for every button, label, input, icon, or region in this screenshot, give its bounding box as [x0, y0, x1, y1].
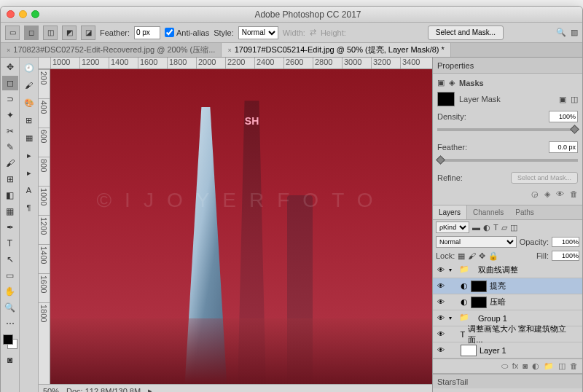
document-tab[interactable]: ×170917#DSC05214-Edit.jpg @ 50% (提亮, Lay…: [222, 43, 450, 57]
density-slider[interactable]: [437, 128, 578, 131]
lock-paint-icon[interactable]: 🖌: [468, 251, 476, 260]
lasso-tool[interactable]: ⊃: [2, 92, 18, 106]
density-input[interactable]: [549, 111, 578, 122]
brush-preset-icon[interactable]: 🖌: [21, 77, 37, 93]
clone-tool[interactable]: ⊞: [2, 172, 18, 187]
disable-mask-icon[interactable]: 👁: [556, 189, 564, 199]
apply-mask-icon[interactable]: ◈: [544, 189, 550, 199]
add-pixel-mask-icon[interactable]: ▣: [559, 95, 566, 104]
visibility-icon[interactable]: 👁: [436, 298, 446, 306]
vector-mask-icon[interactable]: ◈: [449, 78, 455, 87]
layer-item[interactable]: 👁◐压暗: [433, 294, 582, 310]
delete-layer-icon[interactable]: 🗑: [570, 361, 578, 371]
add-mask-icon[interactable]: ◙: [523, 361, 528, 371]
actions-icon[interactable]: ▸: [21, 165, 37, 181]
crop-tool[interactable]: ✂: [2, 124, 18, 138]
disclosure-icon[interactable]: ▾: [449, 267, 456, 273]
lock-position-icon[interactable]: ✥: [479, 251, 485, 261]
anti-alias-checkbox[interactable]: Anti-alias: [165, 28, 209, 37]
close-icon[interactable]: [7, 10, 15, 18]
layer-item[interactable]: 👁Layer 1: [433, 342, 582, 358]
style-select[interactable]: Normal: [238, 26, 278, 39]
magic-wand-tool[interactable]: ✦: [2, 108, 18, 122]
tool-preset-icon[interactable]: ▭: [5, 26, 20, 40]
layer-thumbnail[interactable]: [461, 345, 477, 356]
canvas[interactable]: ©IJOYERFOTO: [50, 69, 432, 384]
select-and-mask-button[interactable]: Select and Mask...: [428, 26, 504, 40]
eraser-tool[interactable]: ◧: [2, 188, 18, 203]
mask-thumbnail[interactable]: [437, 92, 455, 106]
channels-tab[interactable]: Channels: [467, 205, 509, 219]
layer-group[interactable]: 👁▾📁双曲线调整: [433, 262, 582, 278]
filter-shape-icon[interactable]: ▱: [501, 223, 507, 232]
workspace-icon[interactable]: ▥: [571, 28, 578, 37]
gradient-tool[interactable]: ▦: [2, 204, 18, 219]
path-tool[interactable]: ↖: [2, 252, 18, 267]
add-selection-icon[interactable]: ◫: [43, 26, 58, 40]
new-layer-icon[interactable]: ◫: [558, 361, 566, 371]
visibility-icon[interactable]: 👁: [436, 266, 446, 274]
lock-transparent-icon[interactable]: ▦: [458, 251, 465, 261]
character-icon[interactable]: A: [21, 182, 37, 198]
filter-pixel-icon[interactable]: ▬: [472, 223, 480, 232]
eyedropper-tool[interactable]: ✎: [2, 140, 18, 154]
intersect-selection-icon[interactable]: ◪: [81, 26, 95, 40]
minimize-icon[interactable]: [19, 10, 27, 18]
visibility-icon[interactable]: 👁: [436, 314, 446, 322]
layer-filter-select[interactable]: ρKind: [436, 222, 469, 233]
delete-mask-icon[interactable]: 🗑: [570, 189, 578, 199]
blend-mode-select[interactable]: Normal: [436, 236, 517, 248]
close-tab-icon[interactable]: ×: [7, 47, 10, 54]
visibility-icon[interactable]: 👁: [436, 330, 446, 338]
disclosure-icon[interactable]: ▾: [449, 315, 456, 321]
brush-tool[interactable]: 🖌: [2, 156, 18, 170]
lock-all-icon[interactable]: 🔒: [488, 251, 498, 261]
link-layers-icon[interactable]: ⬭: [501, 361, 508, 371]
fill-input[interactable]: [552, 251, 579, 261]
add-vector-mask-icon[interactable]: ◫: [571, 95, 578, 104]
new-selection-icon[interactable]: ◻: [24, 26, 39, 40]
panel-header[interactable]: Properties: [433, 58, 582, 74]
zoom-tool[interactable]: 🔍: [2, 300, 18, 315]
more-tools-icon[interactable]: ⋯: [2, 316, 18, 331]
maximize-icon[interactable]: [31, 10, 39, 18]
feather-input[interactable]: [549, 141, 578, 153]
subtract-selection-icon[interactable]: ◩: [62, 26, 77, 40]
history-icon[interactable]: 🕘: [21, 60, 37, 76]
pen-tool[interactable]: ✒: [2, 220, 18, 235]
hand-tool[interactable]: ✋: [2, 284, 18, 299]
move-tool[interactable]: ✥: [2, 60, 18, 74]
filter-adj-icon[interactable]: ◐: [483, 223, 490, 232]
layers-tab[interactable]: Layers: [433, 205, 467, 219]
clone-source-icon[interactable]: ⊞: [21, 112, 37, 128]
paths-tab[interactable]: Paths: [509, 205, 540, 219]
expand-icon[interactable]: ▸: [21, 147, 37, 163]
shape-tool[interactable]: ▭: [2, 268, 18, 283]
mask-thumbnail[interactable]: [471, 297, 487, 308]
adjustment-layer-icon[interactable]: ◐: [532, 361, 539, 371]
visibility-icon[interactable]: 👁: [436, 282, 446, 290]
search-icon[interactable]: 🔍: [556, 28, 566, 37]
new-group-icon[interactable]: 📁: [544, 361, 554, 371]
layer-fx-icon[interactable]: fx: [512, 361, 519, 371]
starstail-panel[interactable]: StarsTail: [433, 374, 582, 388]
layer-item[interactable]: 👁◐提亮: [433, 278, 582, 294]
opacity-input[interactable]: [552, 237, 579, 247]
status-arrow-icon[interactable]: ▸: [148, 386, 152, 392]
filter-type-icon[interactable]: T: [493, 223, 498, 232]
feather-slider[interactable]: [437, 159, 578, 162]
quick-mask-icon[interactable]: ◙: [2, 353, 18, 367]
pixel-mask-icon[interactable]: ▣: [437, 78, 445, 87]
close-tab-icon[interactable]: ×: [227, 47, 231, 54]
swatches-icon[interactable]: 🎨: [21, 95, 37, 111]
navigator-icon[interactable]: ▦: [21, 130, 37, 146]
marquee-tool[interactable]: ◻: [2, 76, 18, 90]
visibility-icon[interactable]: 👁: [436, 346, 446, 354]
paragraph-icon[interactable]: ¶: [21, 200, 37, 216]
mask-thumbnail[interactable]: [471, 281, 487, 292]
zoom-level[interactable]: 50%: [43, 387, 59, 393]
filter-smart-icon[interactable]: ◫: [510, 223, 517, 232]
select-and-mask-button[interactable]: Select and Mask...: [511, 172, 578, 184]
layer-item[interactable]: 👁T调整画笔大小 室和建筑物立面...: [433, 326, 582, 342]
load-selection-icon[interactable]: ◶: [531, 189, 539, 199]
